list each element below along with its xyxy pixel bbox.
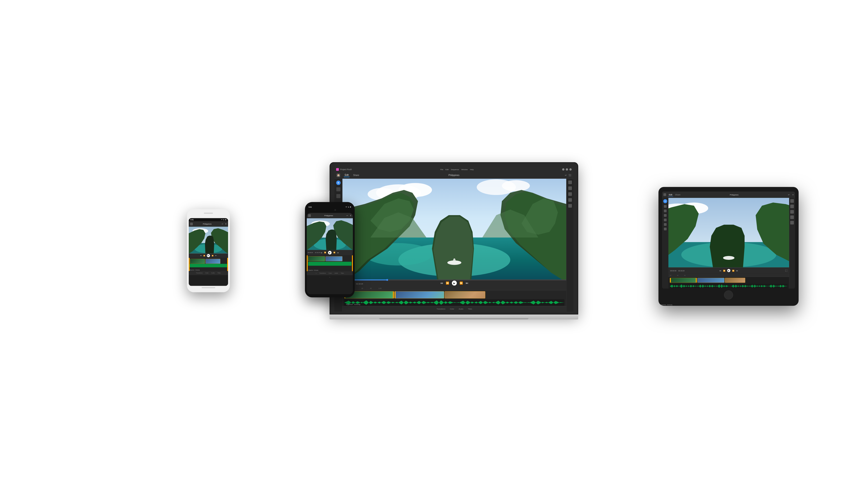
step-forward-button[interactable]: ⏩ bbox=[460, 282, 463, 285]
effects-icon[interactable] bbox=[568, 198, 572, 202]
phone-black-clip-1[interactable] bbox=[308, 256, 325, 261]
tablet-audio-panel-icon[interactable] bbox=[790, 221, 794, 225]
tablet-step-forward[interactable]: ⏩ bbox=[732, 269, 735, 271]
menu-help[interactable]: Help bbox=[470, 168, 473, 170]
tool-titles[interactable]: Titles bbox=[468, 308, 472, 310]
tablet-clip-1[interactable] bbox=[670, 278, 697, 283]
phone-white-clip-2[interactable] bbox=[206, 259, 220, 264]
tool-color[interactable]: Color bbox=[450, 308, 454, 310]
tablet-share-icon[interactable] bbox=[664, 205, 666, 208]
phone-black-tool-add[interactable]: + bbox=[316, 272, 317, 274]
tab-edit[interactable]: Edit bbox=[344, 173, 349, 177]
skip-forward-button[interactable]: ⏭ bbox=[466, 282, 468, 285]
tablet-tab-edit[interactable]: Edit bbox=[668, 193, 673, 196]
laptop-timeline: 00 15 30 45 1:00 bbox=[342, 287, 566, 312]
phone-black-step-forward[interactable]: ⏩ bbox=[333, 252, 336, 254]
maximize-button[interactable] bbox=[566, 168, 568, 170]
tablet-effects-icon[interactable] bbox=[790, 216, 794, 219]
tablet-home-icon[interactable] bbox=[663, 193, 666, 196]
phone-white-tool-transitions[interactable]: Transitions bbox=[196, 272, 203, 273]
tablet-fullscreen-icon[interactable]: ⛶ bbox=[785, 269, 787, 272]
tablet-undo-icon[interactable]: ↩ bbox=[788, 194, 790, 196]
media-panel-icon[interactable] bbox=[336, 187, 340, 191]
phone-white-skip-back[interactable]: ⏮ bbox=[200, 255, 202, 256]
phone-black-home-icon[interactable] bbox=[308, 214, 311, 217]
tablet-step-back[interactable]: ⏪ bbox=[723, 269, 725, 271]
phone-white-step-forward[interactable]: ⏩ bbox=[212, 255, 213, 256]
transform-icon[interactable] bbox=[568, 186, 572, 190]
tablet-crop-icon[interactable] bbox=[790, 199, 794, 203]
tool-transitions[interactable]: Transitions bbox=[436, 308, 445, 310]
tablet-clip-3[interactable] bbox=[725, 278, 745, 283]
step-back-button[interactable]: ⏪ bbox=[446, 282, 449, 285]
phone-white-clip-1[interactable] bbox=[190, 259, 205, 264]
phone-white-export-icon[interactable]: ⬆ bbox=[225, 223, 227, 225]
phone-black-play-button[interactable]: ▶ bbox=[328, 251, 332, 254]
phone-white-step-back[interactable]: ⏪ bbox=[204, 255, 205, 256]
timeline-handle[interactable] bbox=[386, 279, 388, 281]
phone-black-clip-2[interactable] bbox=[326, 256, 342, 261]
phone-white-controls: ⏮ ⏪ ▶ ⏩ ⏭ bbox=[189, 253, 228, 258]
tablet-delete-icon[interactable] bbox=[664, 214, 666, 217]
tablet-home-button[interactable] bbox=[724, 291, 733, 300]
phone-black-back-arrow[interactable]: ← bbox=[329, 276, 331, 278]
tablet-tab-share[interactable]: Share bbox=[675, 194, 680, 196]
tablet-add-button[interactable]: + bbox=[663, 199, 667, 203]
tablet-settings-icon[interactable] bbox=[664, 228, 666, 230]
tab-share[interactable]: Share bbox=[352, 173, 360, 177]
tablet-play-button[interactable]: ▶ bbox=[727, 269, 730, 272]
clip-2[interactable] bbox=[395, 291, 444, 298]
skip-back-button[interactable]: ⏮ bbox=[440, 282, 443, 285]
phone-white-home-icon[interactable] bbox=[190, 223, 193, 225]
phone-white-tool-titles[interactable]: Titles bbox=[217, 272, 221, 273]
home-icon[interactable]: 🏠 bbox=[337, 173, 340, 177]
phone-white-skip-forward[interactable]: ⏭ bbox=[215, 255, 217, 256]
phone-white-tool-color[interactable]: Color bbox=[205, 272, 209, 273]
clip-3[interactable] bbox=[445, 291, 485, 298]
phone-black-skip-back[interactable]: ⏮ bbox=[321, 252, 322, 254]
phone-white-audio-track: Ripperton - Echocity bbox=[190, 264, 227, 267]
play-button[interactable]: ▶ bbox=[452, 281, 457, 286]
timeline-progress-bar[interactable] bbox=[342, 280, 566, 281]
phone-black-undo-icon[interactable]: ↩ bbox=[346, 215, 348, 217]
minimize-button[interactable] bbox=[562, 168, 564, 170]
add-media-button[interactable]: + bbox=[336, 181, 341, 185]
close-button[interactable] bbox=[569, 168, 572, 170]
tablet-clip-2[interactable] bbox=[698, 278, 724, 283]
crop-icon[interactable] bbox=[568, 181, 572, 184]
tablet-skip-forward[interactable]: ⏭ bbox=[736, 269, 738, 271]
phone-black-tool-color[interactable]: Color bbox=[329, 272, 332, 274]
phone-black-tool-transitions[interactable]: Transitions bbox=[319, 272, 326, 274]
phone-white-undo-icon[interactable]: ↩ bbox=[222, 223, 223, 225]
phone-white-home-indicator bbox=[202, 287, 215, 288]
phone-black-audio-waveform bbox=[308, 262, 351, 266]
color-icon[interactable] bbox=[568, 192, 572, 196]
export-icon[interactable]: ⬛ bbox=[568, 174, 571, 176]
menu-edit[interactable]: Edit bbox=[445, 168, 449, 170]
tablet-save-icon[interactable] bbox=[664, 219, 666, 221]
ruler-mark-30: 30 bbox=[362, 288, 363, 289]
menu-window[interactable]: Window bbox=[461, 168, 468, 170]
phone-white-tool-audio[interactable]: Audio bbox=[211, 272, 215, 273]
phone-white-play-button[interactable]: ▶ bbox=[207, 254, 210, 257]
tool-audio[interactable]: Audio bbox=[459, 308, 463, 310]
tablet-skip-back[interactable]: ⏮ bbox=[719, 269, 721, 271]
phone-white-battery-icon: ▮ bbox=[225, 219, 226, 221]
app-name-label: Project Rush bbox=[340, 168, 352, 170]
menu-file[interactable]: File bbox=[440, 168, 443, 170]
effects-panel-icon[interactable] bbox=[336, 194, 340, 198]
tablet-color-panel-icon[interactable] bbox=[790, 210, 794, 214]
phone-black-tool-audio[interactable]: Audio bbox=[335, 272, 338, 274]
phone-black-tool-titles[interactable]: Titles bbox=[341, 272, 344, 274]
tablet-transform-icon[interactable] bbox=[790, 205, 794, 208]
phone-black-share-icon[interactable]: ⬆ bbox=[350, 215, 351, 217]
undo-icon[interactable]: ↩ bbox=[565, 174, 567, 176]
tablet-export-icon[interactable]: ≡ bbox=[793, 194, 794, 196]
phone-black-step-back[interactable]: ⏪ bbox=[324, 252, 326, 254]
audio-mix-icon[interactable] bbox=[568, 204, 572, 207]
audio-track-label: Ripperton - Echocity bbox=[346, 304, 360, 305]
tablet-copy-icon[interactable] bbox=[664, 210, 666, 213]
tablet-list-icon[interactable] bbox=[664, 223, 666, 226]
phone-black-skip-forward[interactable]: ⏭ bbox=[337, 252, 339, 254]
menu-sequence[interactable]: Sequence bbox=[451, 168, 459, 170]
